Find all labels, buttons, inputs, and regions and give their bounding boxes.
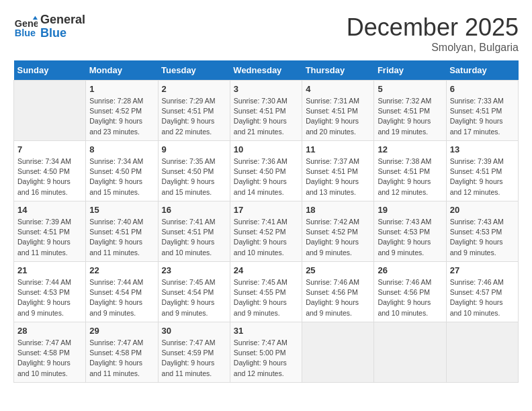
calendar-cell: 5Sunrise: 7:32 AM Sunset: 4:51 PM Daylig… [374,81,446,141]
calendar-cell: 14Sunrise: 7:39 AM Sunset: 4:51 PM Dayli… [14,201,86,262]
day-detail: Sunrise: 7:39 AM Sunset: 4:51 PM Dayligh… [17,217,82,258]
calendar-week-row: 14Sunrise: 7:39 AM Sunset: 4:51 PM Dayli… [14,201,519,262]
calendar-week-row: 7Sunrise: 7:34 AM Sunset: 4:50 PM Daylig… [14,141,519,201]
day-number: 5 [378,84,442,94]
calendar-cell: 18Sunrise: 7:42 AM Sunset: 4:52 PM Dayli… [302,201,374,262]
day-number: 23 [162,265,226,275]
calendar-cell: 17Sunrise: 7:41 AM Sunset: 4:52 PM Dayli… [230,201,302,262]
day-number: 6 [450,84,515,94]
day-detail: Sunrise: 7:33 AM Sunset: 4:51 PM Dayligh… [450,96,515,137]
location-subtitle: Smolyan, Bulgaria [347,42,519,54]
calendar-cell: 31Sunrise: 7:47 AM Sunset: 5:00 PM Dayli… [230,322,302,383]
calendar-cell: 16Sunrise: 7:41 AM Sunset: 4:51 PM Dayli… [158,201,230,262]
day-number: 12 [378,144,442,154]
day-number: 17 [234,205,298,215]
day-number: 14 [17,205,82,215]
day-detail: Sunrise: 7:36 AM Sunset: 4:50 PM Dayligh… [234,156,298,197]
calendar-cell: 30Sunrise: 7:47 AM Sunset: 4:59 PM Dayli… [158,322,230,383]
day-detail: Sunrise: 7:45 AM Sunset: 4:55 PM Dayligh… [234,277,298,318]
page-header: General Blue General Blue December 2025 … [13,13,519,54]
calendar-cell [14,81,86,141]
day-number: 16 [162,205,226,215]
calendar-week-row: 1Sunrise: 7:28 AM Sunset: 4:52 PM Daylig… [14,81,519,141]
calendar-cell: 28Sunrise: 7:47 AM Sunset: 4:58 PM Dayli… [14,322,86,383]
month-title: December 2025 [347,13,519,42]
logo: General Blue General Blue [13,13,85,40]
calendar-cell [446,322,518,383]
day-number: 18 [306,205,370,215]
weekday-header-cell: Tuesday [158,60,230,81]
calendar-cell: 25Sunrise: 7:46 AM Sunset: 4:56 PM Dayli… [302,262,374,322]
day-detail: Sunrise: 7:32 AM Sunset: 4:51 PM Dayligh… [378,96,442,137]
day-number: 22 [89,265,154,275]
day-detail: Sunrise: 7:45 AM Sunset: 4:54 PM Dayligh… [162,277,226,318]
calendar-cell [302,322,374,383]
calendar-table: SundayMondayTuesdayWednesdayThursdayFrid… [13,60,519,383]
calendar-cell: 6Sunrise: 7:33 AM Sunset: 4:51 PM Daylig… [446,81,518,141]
calendar-cell: 3Sunrise: 7:30 AM Sunset: 4:51 PM Daylig… [230,81,302,141]
day-detail: Sunrise: 7:34 AM Sunset: 4:50 PM Dayligh… [17,156,82,197]
calendar-body: 1Sunrise: 7:28 AM Sunset: 4:52 PM Daylig… [14,81,519,383]
day-detail: Sunrise: 7:47 AM Sunset: 4:58 PM Dayligh… [17,338,82,379]
day-detail: Sunrise: 7:35 AM Sunset: 4:50 PM Dayligh… [162,156,226,197]
calendar-cell: 20Sunrise: 7:43 AM Sunset: 4:53 PM Dayli… [446,201,518,262]
day-number: 15 [89,205,154,215]
weekday-header-cell: Saturday [446,60,518,81]
day-number: 29 [89,326,154,336]
calendar-cell: 24Sunrise: 7:45 AM Sunset: 4:55 PM Dayli… [230,262,302,322]
day-number: 4 [306,84,370,94]
day-number: 31 [234,326,298,336]
day-detail: Sunrise: 7:34 AM Sunset: 4:50 PM Dayligh… [89,156,154,197]
day-detail: Sunrise: 7:28 AM Sunset: 4:52 PM Dayligh… [89,96,154,137]
calendar-cell: 19Sunrise: 7:43 AM Sunset: 4:53 PM Dayli… [374,201,446,262]
day-number: 20 [450,205,515,215]
day-detail: Sunrise: 7:39 AM Sunset: 4:51 PM Dayligh… [450,156,515,197]
day-detail: Sunrise: 7:46 AM Sunset: 4:56 PM Dayligh… [378,277,442,318]
day-number: 11 [306,144,370,154]
calendar-cell: 4Sunrise: 7:31 AM Sunset: 4:51 PM Daylig… [302,81,374,141]
calendar-cell: 10Sunrise: 7:36 AM Sunset: 4:50 PM Dayli… [230,141,302,201]
day-detail: Sunrise: 7:46 AM Sunset: 4:57 PM Dayligh… [450,277,515,318]
day-number: 21 [17,265,82,275]
calendar-week-row: 21Sunrise: 7:44 AM Sunset: 4:53 PM Dayli… [14,262,519,322]
day-detail: Sunrise: 7:42 AM Sunset: 4:52 PM Dayligh… [306,217,370,258]
calendar-cell: 2Sunrise: 7:29 AM Sunset: 4:51 PM Daylig… [158,81,230,141]
calendar-cell: 27Sunrise: 7:46 AM Sunset: 4:57 PM Dayli… [446,262,518,322]
day-detail: Sunrise: 7:41 AM Sunset: 4:51 PM Dayligh… [162,217,226,258]
calendar-cell: 8Sunrise: 7:34 AM Sunset: 4:50 PM Daylig… [86,141,158,201]
calendar-cell: 12Sunrise: 7:38 AM Sunset: 4:51 PM Dayli… [374,141,446,201]
day-number: 3 [234,84,298,94]
weekday-header-row: SundayMondayTuesdayWednesdayThursdayFrid… [14,60,519,81]
day-number: 1 [89,84,154,94]
logo-line1: General [40,13,85,27]
day-number: 19 [378,205,442,215]
day-number: 28 [17,326,82,336]
day-detail: Sunrise: 7:43 AM Sunset: 4:53 PM Dayligh… [450,217,515,258]
calendar-cell: 23Sunrise: 7:45 AM Sunset: 4:54 PM Dayli… [158,262,230,322]
day-number: 9 [162,144,226,154]
calendar-week-row: 28Sunrise: 7:47 AM Sunset: 4:58 PM Dayli… [14,322,519,383]
calendar-cell: 1Sunrise: 7:28 AM Sunset: 4:52 PM Daylig… [86,81,158,141]
day-detail: Sunrise: 7:47 AM Sunset: 4:58 PM Dayligh… [89,338,154,379]
day-detail: Sunrise: 7:29 AM Sunset: 4:51 PM Dayligh… [162,96,226,137]
weekday-header-cell: Sunday [14,60,86,81]
calendar-cell: 15Sunrise: 7:40 AM Sunset: 4:51 PM Dayli… [86,201,158,262]
day-detail: Sunrise: 7:46 AM Sunset: 4:56 PM Dayligh… [306,277,370,318]
calendar-cell: 11Sunrise: 7:37 AM Sunset: 4:51 PM Dayli… [302,141,374,201]
calendar-cell: 7Sunrise: 7:34 AM Sunset: 4:50 PM Daylig… [14,141,86,201]
calendar-cell: 21Sunrise: 7:44 AM Sunset: 4:53 PM Dayli… [14,262,86,322]
day-detail: Sunrise: 7:31 AM Sunset: 4:51 PM Dayligh… [306,96,370,137]
day-number: 10 [234,144,298,154]
calendar-cell: 13Sunrise: 7:39 AM Sunset: 4:51 PM Dayli… [446,141,518,201]
logo-line2: Blue [40,27,85,40]
weekday-header-cell: Monday [86,60,158,81]
day-number: 8 [89,144,154,154]
calendar-cell: 26Sunrise: 7:46 AM Sunset: 4:56 PM Dayli… [374,262,446,322]
day-number: 24 [234,265,298,275]
weekday-header-cell: Friday [374,60,446,81]
day-number: 13 [450,144,515,154]
day-detail: Sunrise: 7:38 AM Sunset: 4:51 PM Dayligh… [378,156,442,197]
weekday-header-cell: Thursday [302,60,374,81]
day-detail: Sunrise: 7:41 AM Sunset: 4:52 PM Dayligh… [234,217,298,258]
day-number: 7 [17,144,82,154]
